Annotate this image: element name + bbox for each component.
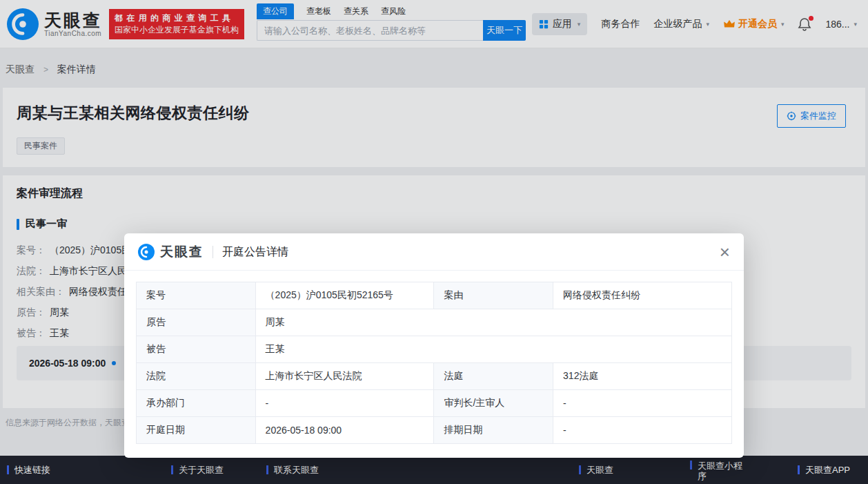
table-cell-label: 开庭日期 [137, 417, 256, 444]
table-cell-value: - [553, 417, 732, 444]
table-row: 开庭日期 2026-05-18 09:00 排期日期 - [137, 417, 732, 444]
table-cell-label: 案号 [137, 282, 256, 309]
table-cell-value: 2026-05-18 09:00 [255, 417, 434, 444]
table-cell-label: 法庭 [434, 363, 553, 390]
table-cell-label: 承办部门 [137, 390, 256, 417]
table-cell-value: - [553, 390, 732, 417]
modal-brand: 天眼查 [160, 243, 204, 261]
modal-header: 天眼查 开庭公告详情 × [124, 233, 744, 271]
table-cell-value: 王某 [255, 336, 731, 363]
table-cell-value: 上海市长宁区人民法院 [255, 363, 434, 390]
hearing-detail-modal: 天眼查 开庭公告详情 × 案号 （2025）沪0105民初52165号 案由 网… [124, 233, 744, 458]
table-row: 原告 周某 [137, 309, 732, 336]
tianyancha-logo-icon [138, 244, 155, 260]
hearing-detail-table: 案号 （2025）沪0105民初52165号 案由 网络侵权责任纠纷 原告 周某… [136, 282, 732, 444]
table-cell-label: 法院 [137, 363, 256, 390]
table-row: 案号 （2025）沪0105民初52165号 案由 网络侵权责任纠纷 [137, 282, 732, 309]
table-cell-value: 网络侵权责任纠纷 [553, 282, 732, 309]
modal-body: 案号 （2025）沪0105民初52165号 案由 网络侵权责任纠纷 原告 周某… [124, 271, 744, 458]
table-cell-value: 周某 [255, 309, 731, 336]
table-cell-value: （2025）沪0105民初52165号 [255, 282, 434, 309]
table-cell-label: 审判长/主审人 [434, 390, 553, 417]
table-row: 承办部门 - 审判长/主审人 - [137, 390, 732, 417]
modal-title-divider [213, 246, 213, 258]
table-cell-label: 案由 [434, 282, 553, 309]
modal-title: 开庭公告详情 [222, 245, 288, 260]
table-row: 法院 上海市长宁区人民法院 法庭 312法庭 [137, 363, 732, 390]
table-cell-value: - [255, 390, 434, 417]
table-cell-value: 312法庭 [553, 363, 732, 390]
table-row: 被告 王某 [137, 336, 732, 363]
table-cell-label: 原告 [137, 309, 256, 336]
table-cell-label: 被告 [137, 336, 256, 363]
close-icon[interactable]: × [720, 245, 730, 259]
table-cell-label: 排期日期 [434, 417, 553, 444]
